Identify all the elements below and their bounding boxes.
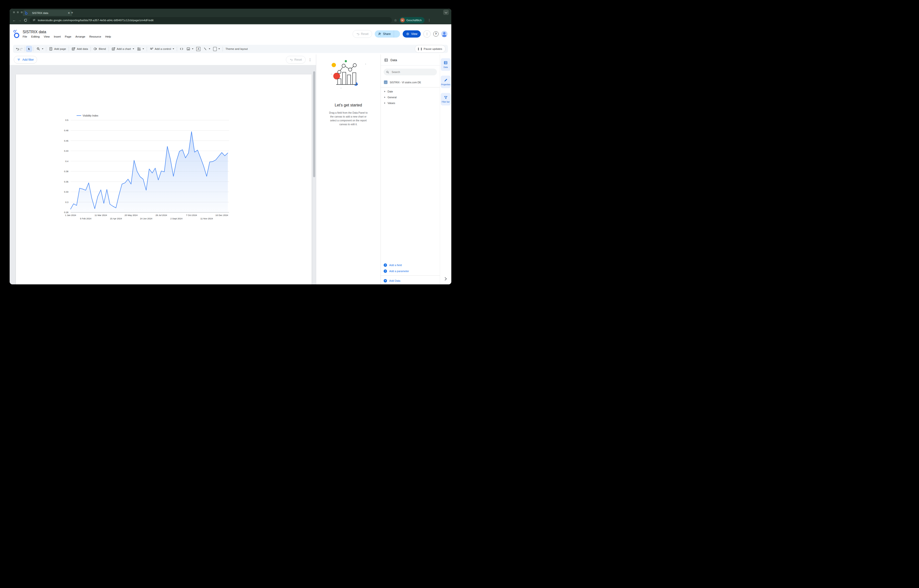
svg-text:11 Mar 2024: 11 Mar 2024 (95, 214, 107, 216)
address-bar[interactable]: lookerstudio.google.com/reporting/ba0da7… (30, 17, 392, 23)
svg-text:20 May 2024: 20 May 2024 (124, 214, 137, 216)
svg-text:Visibility Index: Visibility Index (82, 115, 99, 117)
rail-tab-data[interactable]: Data (441, 58, 451, 71)
share-options-button[interactable] (394, 30, 400, 37)
filter-bar-row: Add filter Reset ⋮ (10, 55, 316, 65)
collapse-panel-chevron-icon[interactable] (443, 277, 447, 281)
add-shape-button[interactable] (212, 47, 221, 51)
zoom-tool-button[interactable] (35, 47, 45, 51)
menu-editing[interactable]: Editing (31, 35, 40, 38)
blend-label: Blend (99, 47, 106, 50)
select-tool-button[interactable] (26, 46, 32, 52)
svg-text:29 Jul 2024: 29 Jul 2024 (155, 214, 167, 216)
profile-chip[interactable]: M Geschäftlich (399, 17, 425, 23)
undo-icon (289, 58, 293, 61)
data-table-icon (444, 61, 448, 65)
close-window-icon[interactable] (13, 11, 15, 13)
minimize-window-icon[interactable] (17, 11, 19, 13)
redo-icon[interactable] (19, 47, 23, 51)
window-controls[interactable] (13, 11, 23, 13)
add-parameter-button[interactable]: +Add a parameter (381, 268, 440, 274)
browser-tab[interactable]: SISTRIX data ✕ (23, 10, 72, 16)
more-options-button[interactable]: ⋮ (423, 30, 431, 37)
add-chart-button[interactable]: Add a chart (110, 47, 136, 51)
add-image-button[interactable] (185, 47, 195, 51)
expand-arrow-icon (384, 91, 385, 92)
share-button[interactable]: Share (375, 30, 394, 37)
menu-resource[interactable]: Resource (89, 35, 101, 38)
add-data-button[interactable]: Add data (70, 47, 89, 51)
site-settings-icon[interactable] (32, 19, 36, 22)
canvas-more-options-icon[interactable]: ⋮ (308, 58, 312, 61)
add-filter-button[interactable]: Add filter (14, 56, 37, 63)
back-icon[interactable]: ← (13, 18, 16, 22)
view-button[interactable]: View (403, 30, 421, 37)
menu-page[interactable]: Page (65, 35, 71, 38)
chevron-down-icon (133, 48, 134, 49)
svg-text:7 Oct 2024: 7 Oct 2024 (186, 214, 197, 216)
account-avatar[interactable] (441, 31, 447, 37)
report-title[interactable]: SISTRIX data (23, 30, 111, 34)
canvas-column: Add filter Reset ⋮ 0.50.480.450.430.40.3… (10, 55, 316, 284)
tab-close-icon[interactable]: ✕ (68, 11, 70, 15)
person-add-icon (378, 32, 381, 36)
maximize-window-icon[interactable] (21, 11, 23, 13)
bookmark-star-icon[interactable]: ☆ (394, 18, 397, 22)
image-icon (186, 47, 190, 51)
tab-search-button[interactable] (443, 10, 449, 15)
svg-text:0.35: 0.35 (64, 181, 68, 183)
new-tab-button[interactable]: + (71, 11, 73, 14)
data-search[interactable] (384, 69, 437, 75)
chevron-down-icon (218, 48, 220, 49)
theme-layout-label: Theme and layout (225, 47, 247, 50)
menu-file[interactable]: File (23, 35, 27, 38)
field-group-values[interactable]: Values (381, 100, 440, 106)
add-control-button[interactable]: Add a control (148, 47, 176, 51)
add-field-button[interactable]: +Add a field (381, 262, 440, 268)
add-line-button[interactable] (202, 47, 212, 51)
svg-text:0.28: 0.28 (64, 211, 68, 213)
pause-updates-button[interactable]: Pause updates (415, 45, 446, 53)
help-icon[interactable]: ? (433, 31, 439, 37)
canvas-scrollbar[interactable] (313, 71, 315, 177)
forward-icon[interactable]: → (18, 18, 21, 22)
data-panel-title: Data (390, 58, 397, 62)
data-source-row[interactable]: → SISTRIX - VI sistrix.com DE (384, 81, 437, 84)
menu-insert[interactable]: Insert (54, 35, 61, 38)
svg-text:2 Sept 2024: 2 Sept 2024 (170, 217, 182, 220)
blend-button[interactable]: Blend (92, 47, 107, 51)
url-text: lookerstudio.google.com/reporting/ba0da7… (38, 19, 153, 22)
menu-view[interactable]: View (44, 35, 50, 38)
embed-code-button[interactable] (178, 47, 185, 51)
reload-icon[interactable] (24, 18, 27, 22)
community-visualizations-button[interactable] (136, 47, 145, 51)
zoom-icon (36, 47, 40, 51)
menu-help[interactable]: Help (105, 35, 111, 38)
tab-strip: SISTRIX data ✕ + (10, 9, 451, 16)
share-label: Share (383, 32, 391, 36)
svg-text:15 Apr 2024: 15 Apr 2024 (110, 217, 122, 220)
report-header: SISTRIX data File Editing View Insert Pa… (10, 24, 451, 44)
add-text-button[interactable]: A (195, 47, 202, 51)
add-page-icon (49, 47, 53, 51)
undo-icon[interactable] (15, 47, 19, 51)
reset-button[interactable]: Reset (352, 30, 372, 38)
canvas-reset-button[interactable]: Reset (286, 56, 305, 63)
reset-label: Reset (361, 32, 368, 36)
data-panel: Data → SISTRIX - VI sistrix.com DE Date … (381, 55, 440, 284)
field-group-date[interactable]: Date (381, 89, 440, 94)
menu-arrange[interactable]: Arrange (75, 35, 85, 38)
add-data-button-bottom[interactable]: +Add Data (381, 278, 440, 284)
field-group-general[interactable]: General (381, 94, 440, 100)
profile-label: Geschäftlich (407, 19, 422, 22)
report-canvas[interactable]: 0.50.480.450.430.40.380.350.330.30.281 J… (10, 65, 316, 284)
visibility-chart[interactable]: 0.50.480.450.430.40.380.350.330.30.281 J… (16, 74, 242, 228)
rail-tab-filter-bar[interactable]: Filter bar (441, 93, 451, 105)
rail-tab-properties[interactable]: Properties (441, 76, 451, 88)
add-page-button[interactable]: Add page (47, 47, 68, 51)
community-viz-icon (137, 47, 141, 51)
theme-layout-button[interactable]: Theme and layout (224, 47, 249, 50)
browser-menu-icon[interactable]: ⋮ (427, 18, 432, 22)
search-input[interactable] (391, 70, 434, 74)
report-page[interactable]: 0.50.480.450.430.40.380.350.330.30.281 J… (16, 74, 312, 284)
